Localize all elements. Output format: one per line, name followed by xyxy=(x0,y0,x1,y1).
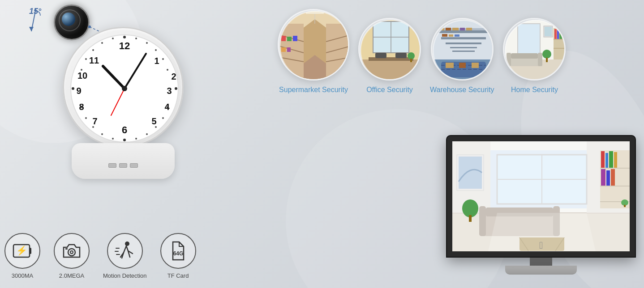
home-circle xyxy=(503,18,566,80)
svg-point-87 xyxy=(408,52,415,59)
svg-point-50 xyxy=(70,251,73,254)
angle-arrow-svg xyxy=(29,7,52,34)
svg-rect-131 xyxy=(546,58,548,62)
supermarket-label: Supermarket Security xyxy=(279,86,348,94)
sd-card-icon: 64G xyxy=(167,240,189,262)
clock-ports xyxy=(108,163,138,168)
svg-rect-168 xyxy=(459,157,482,189)
svg-point-11 xyxy=(167,69,168,71)
monitor-stand-base xyxy=(505,266,577,275)
svg-text:5: 5 xyxy=(151,116,156,126)
svg-rect-122 xyxy=(538,53,542,66)
svg-rect-72 xyxy=(287,37,292,41)
svg-rect-147 xyxy=(609,151,613,168)
features-row: ⚡ 3000MA 2.0MEGA xyxy=(4,233,196,279)
svg-rect-128 xyxy=(557,30,559,39)
office-circle xyxy=(358,18,421,80)
svg-point-20 xyxy=(101,133,103,135)
svg-point-6 xyxy=(123,36,126,38)
svg-rect-51 xyxy=(65,248,68,250)
svg-text:3: 3 xyxy=(167,86,172,96)
angle-indicator: 15° xyxy=(29,7,43,16)
svg-rect-123 xyxy=(511,53,538,59)
monitor-screen-content xyxy=(452,141,630,251)
svg-point-19 xyxy=(112,138,114,140)
svg-rect-97 xyxy=(452,51,475,52)
svg-text:7: 7 xyxy=(92,116,97,126)
battery-icon-circle: ⚡ xyxy=(4,233,40,269)
svg-rect-101 xyxy=(460,28,465,30)
svg-point-15 xyxy=(155,126,157,128)
motion-icon-circle xyxy=(107,233,143,269)
svg-point-29 xyxy=(112,38,114,39)
motion-label: Motion Detection xyxy=(103,272,147,279)
svg-rect-133 xyxy=(545,27,552,36)
svg-rect-47 xyxy=(30,248,31,254)
office-label: Office Security xyxy=(366,86,413,94)
monitor-room-scene xyxy=(452,141,630,251)
svg-rect-99 xyxy=(446,28,451,30)
svg-point-9 xyxy=(155,49,157,51)
svg-point-24 xyxy=(72,87,74,90)
clock-outer-shell: 12 1 3 2 4 5 6 7 8 9 10 11 xyxy=(63,27,184,148)
supermarket-circle xyxy=(278,9,349,80)
svg-rect-94 xyxy=(441,37,486,39)
svg-text:9: 9 xyxy=(76,86,81,96)
use-case-warehouse: Warehouse Security xyxy=(430,18,494,94)
feature-motion: Motion Detection xyxy=(103,233,147,279)
svg-rect-105 xyxy=(455,34,459,37)
svg-rect-112 xyxy=(472,63,479,68)
apple-logo:  xyxy=(539,240,543,251)
sdcard-icon-circle: 64G xyxy=(160,233,196,269)
svg-text:8: 8 xyxy=(79,102,84,112)
svg-text:4: 4 xyxy=(164,102,170,112)
motion-icon xyxy=(114,240,136,262)
camera-label: 2.0MEGA xyxy=(59,272,84,279)
svg-text:6: 6 xyxy=(122,124,127,136)
svg-text:12: 12 xyxy=(119,40,130,51)
home-scene xyxy=(504,19,566,80)
svg-rect-145 xyxy=(601,151,605,168)
use-case-office: Office Security xyxy=(358,18,421,94)
svg-rect-164 xyxy=(469,215,472,222)
home-label: Home Security xyxy=(511,86,558,94)
product-left-section: 15° xyxy=(0,0,260,288)
feature-battery: ⚡ 3000MA xyxy=(4,233,40,279)
svg-point-27 xyxy=(92,49,94,51)
svg-rect-104 xyxy=(449,34,453,37)
battery-label: 3000MA xyxy=(12,272,33,279)
svg-text:11: 11 xyxy=(89,55,99,65)
svg-rect-95 xyxy=(446,42,481,44)
svg-rect-103 xyxy=(442,34,447,37)
svg-rect-111 xyxy=(459,63,466,68)
svg-rect-73 xyxy=(293,36,297,41)
svg-point-22 xyxy=(85,117,87,119)
supermarket-scene xyxy=(279,10,349,80)
svg-rect-75 xyxy=(287,47,291,52)
sdcard-label: TF Card xyxy=(167,272,189,279)
port-3 xyxy=(130,163,138,168)
warehouse-label: Warehouse Security xyxy=(430,86,494,94)
svg-point-52 xyxy=(125,241,129,246)
clock-product: 12 1 3 2 4 5 6 7 8 9 10 11 xyxy=(58,27,188,179)
svg-text:⚡: ⚡ xyxy=(16,245,27,256)
svg-point-130 xyxy=(542,50,551,59)
clock-face-svg: 12 1 3 2 4 5 6 7 8 9 10 11 xyxy=(66,30,183,147)
svg-text:10: 10 xyxy=(77,71,87,80)
svg-rect-150 xyxy=(606,170,610,186)
svg-point-12 xyxy=(175,87,177,90)
svg-rect-93 xyxy=(437,30,490,33)
svg-point-26 xyxy=(85,58,87,60)
svg-text:2: 2 xyxy=(171,72,176,81)
svg-rect-102 xyxy=(466,28,472,30)
svg-rect-100 xyxy=(452,28,459,30)
svg-rect-151 xyxy=(611,169,615,186)
svg-rect-127 xyxy=(554,29,557,39)
svg-point-8 xyxy=(146,42,148,44)
svg-point-14 xyxy=(162,117,164,119)
monitor-display:  xyxy=(447,136,635,275)
clock-stand xyxy=(72,143,175,179)
use-case-home: Home Security xyxy=(503,18,566,94)
svg-rect-157 xyxy=(479,206,486,236)
svg-point-49 xyxy=(68,249,75,256)
